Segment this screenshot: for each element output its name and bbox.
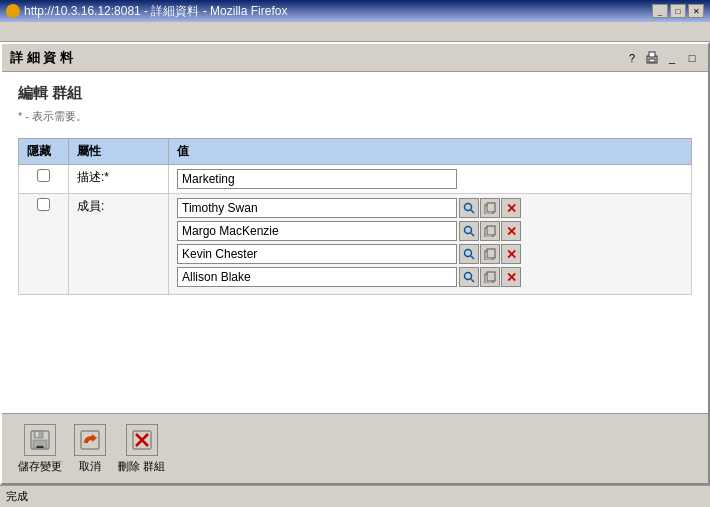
svg-rect-18: [487, 272, 495, 281]
hide-cell-2: [19, 194, 69, 295]
delete-button[interactable]: 刪除 群組: [118, 424, 165, 474]
bottom-toolbar: ▬ 儲存變更 取消 刪除 群: [2, 413, 708, 483]
app-icon: [6, 4, 20, 18]
member-copy-button-3[interactable]: [480, 267, 500, 287]
maximize-button[interactable]: □: [670, 4, 686, 18]
svg-rect-10: [487, 226, 495, 235]
col-hide-header: 隱藏: [19, 139, 69, 165]
hide-checkbox-2[interactable]: [37, 198, 50, 211]
cancel-label: 取消: [79, 459, 101, 474]
member-buttons-2: ✕: [459, 244, 521, 264]
svg-point-15: [465, 273, 472, 280]
panel-title: 詳 細 資 料: [10, 49, 73, 67]
required-note: * - 表示需要。: [18, 109, 692, 124]
member-copy-button-1[interactable]: [480, 221, 500, 241]
member-delete-button-0[interactable]: ✕: [501, 198, 521, 218]
titlebar-left: http://10.3.16.12:8081 - 詳細資料 - Mozilla …: [6, 3, 287, 20]
member-input-0[interactable]: [177, 198, 457, 218]
delete-x-icon-1: ✕: [506, 224, 517, 239]
copy-icon: [484, 248, 496, 260]
member-buttons-1: ✕: [459, 221, 521, 241]
print-icon[interactable]: [644, 50, 660, 66]
delete-icon: [126, 424, 158, 456]
copy-icon: [484, 271, 496, 283]
copy-icon: [484, 202, 496, 214]
svg-rect-22: [36, 432, 38, 437]
panel-maximize-icon[interactable]: □: [684, 50, 700, 66]
floppy-disk-icon: ▬: [29, 429, 51, 451]
delete-x-big-icon: [131, 429, 153, 451]
description-label: 描述:*: [77, 170, 109, 184]
floppy-icon: ▬: [24, 424, 56, 456]
col-val-header: 值: [169, 139, 692, 165]
val-cell-description: [169, 165, 692, 194]
minimize-button[interactable]: _: [652, 4, 668, 18]
browser-toolbar: [0, 22, 710, 42]
panel-header-icons: ? _ □: [624, 50, 700, 66]
member-buttons-3: ✕: [459, 267, 521, 287]
delete-label: 刪除 群組: [118, 459, 165, 474]
val-cell-members: ✕: [169, 194, 692, 295]
attr-cell-members: 成員:: [69, 194, 169, 295]
member-input-1[interactable]: [177, 221, 457, 241]
svg-point-11: [465, 250, 472, 257]
svg-rect-2: [649, 59, 655, 62]
member-delete-button-2[interactable]: ✕: [501, 244, 521, 264]
description-input[interactable]: [177, 169, 457, 189]
members-label: 成員:: [77, 199, 104, 213]
search-icon: [463, 225, 475, 237]
member-search-button-3[interactable]: [459, 267, 479, 287]
cancel-button[interactable]: 取消: [74, 424, 106, 474]
member-copy-button-0[interactable]: [480, 198, 500, 218]
svg-rect-1: [649, 52, 655, 57]
undo-arrow-icon: [79, 429, 101, 451]
undo-icon: [74, 424, 106, 456]
save-label: 儲存變更: [18, 459, 62, 474]
member-search-button-0[interactable]: [459, 198, 479, 218]
svg-point-3: [465, 204, 472, 211]
window-title: http://10.3.16.12:8081 - 詳細資料 - Mozilla …: [24, 3, 287, 20]
svg-line-8: [471, 233, 474, 236]
delete-x-icon-2: ✕: [506, 247, 517, 262]
svg-text:▬: ▬: [37, 442, 44, 449]
svg-line-12: [471, 256, 474, 259]
close-button[interactable]: ✕: [688, 4, 704, 18]
svg-point-7: [465, 227, 472, 234]
panel-minimize-icon[interactable]: _: [664, 50, 680, 66]
member-input-3[interactable]: [177, 267, 457, 287]
status-text: 完成: [6, 489, 28, 504]
main-window: 詳 細 資 料 ? _ □ 編輯 群組 * - 表示需要。 隱藏 屬性: [0, 42, 710, 485]
svg-line-16: [471, 279, 474, 282]
member-row-1: ✕: [177, 221, 683, 241]
window-controls[interactable]: _ □ ✕: [652, 4, 704, 18]
help-icon[interactable]: ?: [624, 50, 640, 66]
delete-x-icon-0: ✕: [506, 201, 517, 216]
member-delete-button-3[interactable]: ✕: [501, 267, 521, 287]
member-row-2: ✕: [177, 244, 683, 264]
member-delete-button-1[interactable]: ✕: [501, 221, 521, 241]
member-input-2[interactable]: [177, 244, 457, 264]
delete-x-icon-3: ✕: [506, 270, 517, 285]
attr-cell-description: 描述:*: [69, 165, 169, 194]
member-copy-button-2[interactable]: [480, 244, 500, 264]
search-icon: [463, 202, 475, 214]
panel-header: 詳 細 資 料 ? _ □: [2, 44, 708, 72]
svg-rect-6: [487, 203, 495, 212]
svg-line-4: [471, 210, 474, 213]
hide-checkbox-1[interactable]: [37, 169, 50, 182]
table-row: 描述:*: [19, 165, 692, 194]
member-search-button-2[interactable]: [459, 244, 479, 264]
titlebar: http://10.3.16.12:8081 - 詳細資料 - Mozilla …: [0, 0, 710, 22]
member-row-3: ✕: [177, 267, 683, 287]
member-row-0: ✕: [177, 198, 683, 218]
save-button[interactable]: ▬ 儲存變更: [18, 424, 62, 474]
member-buttons-0: ✕: [459, 198, 521, 218]
search-icon: [463, 271, 475, 283]
search-icon: [463, 248, 475, 260]
table-row: 成員:: [19, 194, 692, 295]
col-attr-header: 屬性: [69, 139, 169, 165]
member-search-button-1[interactable]: [459, 221, 479, 241]
svg-rect-20: [34, 431, 43, 438]
status-bar: 完成: [0, 485, 710, 507]
form-title: 編輯 群組: [18, 84, 692, 103]
